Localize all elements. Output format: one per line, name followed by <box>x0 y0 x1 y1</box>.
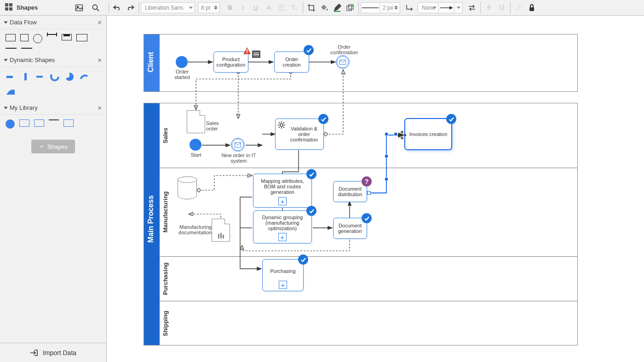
event-new-order[interactable] <box>231 138 245 152</box>
event-start[interactable] <box>190 139 201 151</box>
event-order-started-label: Order started <box>168 69 196 80</box>
shape-header-rect[interactable] <box>62 34 72 40</box>
section-dataflow[interactable]: Data Flow × <box>0 16 106 29</box>
search-icon[interactable] <box>89 1 102 14</box>
shape-donut[interactable] <box>50 72 60 82</box>
shape-line2[interactable] <box>49 119 59 120</box>
shape-circle[interactable] <box>33 34 42 43</box>
task-dynamic-grouping[interactable]: Dynamic grouping (manufacturing optimiza… <box>253 210 312 243</box>
swap-icon[interactable] <box>466 1 478 14</box>
svg-point-6 <box>93 5 98 9</box>
shape-wedge[interactable] <box>6 86 16 96</box>
svg-point-35 <box>280 124 283 126</box>
shape-wide-rect[interactable] <box>76 34 87 41</box>
wrench-icon[interactable] <box>512 1 525 14</box>
shape-line-ends[interactable] <box>6 48 17 49</box>
shape-bar-v[interactable] <box>20 72 30 82</box>
svg-rect-3 <box>9 7 12 11</box>
redo-button[interactable] <box>124 1 137 14</box>
lock-icon[interactable] <box>525 1 538 14</box>
plus-icon: ＋ <box>39 142 45 151</box>
close-icon[interactable]: × <box>98 18 102 26</box>
close-icon[interactable]: × <box>98 56 102 64</box>
shape-bar-h[interactable] <box>6 72 16 82</box>
task-invoices[interactable]: Invoices creation <box>405 119 452 150</box>
import-data-button[interactable]: Import Data <box>0 343 106 362</box>
task-mapping[interactable]: Mapping attributes, BOM and routes gener… <box>253 174 312 208</box>
font-size-input[interactable]: 8 pt <box>198 2 220 13</box>
line-style-select[interactable] <box>361 2 380 13</box>
crop-icon[interactable] <box>305 1 318 14</box>
shape-arc[interactable] <box>79 72 89 82</box>
lane-shipping: Shipping <box>160 301 171 346</box>
subprocess-icon: + <box>279 281 287 289</box>
shapes-icon <box>5 3 13 12</box>
pool-client[interactable]: Client <box>144 34 578 92</box>
add-shapes-button[interactable]: ＋ Shapes <box>31 140 75 153</box>
clear-format-button[interactable]: T× <box>288 1 301 14</box>
align-button[interactable] <box>275 1 288 14</box>
stroke-width-input[interactable]: 2 px <box>380 2 400 13</box>
dynamic-shapes <box>0 67 106 101</box>
svg-point-15 <box>351 4 354 7</box>
data-mfg-doc[interactable] <box>212 219 230 242</box>
svg-rect-21 <box>36 76 43 78</box>
shape-connector[interactable] <box>47 34 57 35</box>
shape-line[interactable] <box>21 48 32 49</box>
shape-rect3[interactable] <box>34 119 44 127</box>
text-color-button[interactable]: A <box>262 1 275 14</box>
datastore[interactable] <box>178 176 197 199</box>
task-order-creation[interactable]: Order creation <box>274 51 309 73</box>
image-icon[interactable] <box>73 1 86 14</box>
check-icon <box>362 213 372 223</box>
comment-icon[interactable] <box>252 51 260 58</box>
shape-rect[interactable] <box>6 34 16 41</box>
shapes-sidebar: Data Flow × Dynamic Shapes × My Library … <box>0 16 107 362</box>
magnet-icon[interactable] <box>495 1 508 14</box>
shape-pie[interactable] <box>64 72 75 82</box>
data-sales-order[interactable] <box>187 110 205 133</box>
fill-select[interactable]: None <box>418 2 439 13</box>
fill-icon[interactable] <box>318 1 331 14</box>
orthogonal-icon[interactable] <box>403 1 416 14</box>
undo-button[interactable] <box>111 1 124 14</box>
section-mylib[interactable]: My Library × <box>0 101 106 115</box>
app-title: Shapes <box>17 4 38 11</box>
svg-line-7 <box>97 9 99 11</box>
italic-button[interactable]: I <box>236 1 249 14</box>
shape-rect4[interactable] <box>63 119 74 127</box>
event-order-started[interactable] <box>176 56 188 68</box>
check-icon <box>298 255 308 265</box>
task-purchasing[interactable]: Purchasing + <box>262 259 304 291</box>
dataflow-shapes <box>0 29 106 53</box>
underline-button[interactable]: U <box>249 1 262 14</box>
svg-rect-46 <box>218 234 219 238</box>
arrow-style-select[interactable] <box>439 2 454 13</box>
font-select[interactable]: Liberation Sans <box>141 2 195 13</box>
svg-rect-48 <box>223 235 224 238</box>
lane-purchasing: Purchasing <box>160 256 171 301</box>
import-icon <box>30 349 38 356</box>
check-icon <box>304 45 314 55</box>
shape-blue-circle[interactable] <box>6 119 15 129</box>
task-validation[interactable]: Validation & order confirmation <box>275 119 324 150</box>
shape-rect2[interactable] <box>19 119 29 127</box>
question-icon: ? <box>362 176 372 187</box>
bolt-icon[interactable] <box>483 1 495 14</box>
shape-dash[interactable] <box>35 72 45 82</box>
close-icon[interactable]: × <box>98 104 102 112</box>
svg-rect-20 <box>24 73 27 80</box>
diagram-canvas[interactable]: Client Main Process Sales Manufacturing … <box>107 16 644 362</box>
svg-rect-1 <box>9 3 12 6</box>
check-icon <box>318 114 328 124</box>
layers-icon[interactable] <box>344 1 356 14</box>
pencil-icon[interactable] <box>331 1 344 14</box>
subprocess-icon: + <box>278 197 287 205</box>
section-dynamic[interactable]: Dynamic Shapes × <box>0 53 106 67</box>
svg-rect-31 <box>247 49 247 52</box>
svg-line-41 <box>283 127 285 128</box>
lane-sales: Sales <box>160 103 171 168</box>
bold-button[interactable]: B <box>224 1 236 14</box>
event-order-confirmation[interactable] <box>336 55 350 69</box>
shape-square[interactable] <box>20 34 29 41</box>
